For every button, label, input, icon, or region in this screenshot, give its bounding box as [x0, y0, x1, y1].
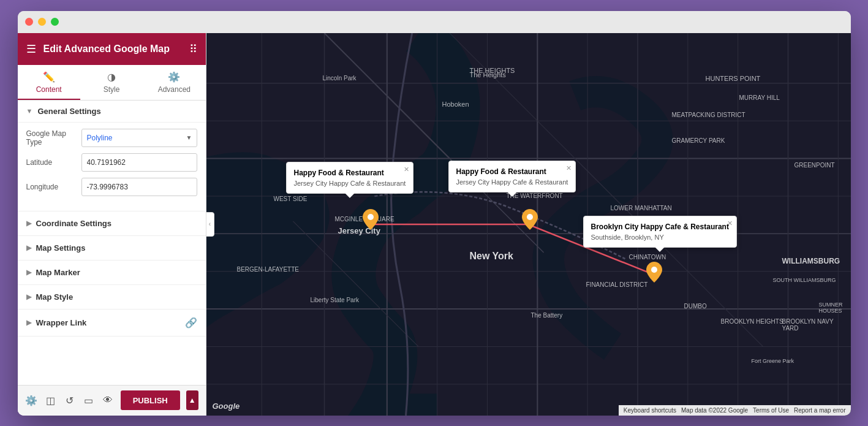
- link-icon: 🔗: [185, 317, 197, 329]
- preview-icon[interactable]: 👁: [101, 391, 114, 409]
- map-marker-section[interactable]: ▶ Map Marker: [18, 261, 206, 285]
- style-tab-icon: ◑: [107, 71, 116, 83]
- map-type-select[interactable]: Polyline: [81, 129, 197, 147]
- hamburger-icon[interactable]: ☰: [26, 42, 36, 56]
- tab-content[interactable]: ✏️ Content: [18, 65, 80, 100]
- latitude-label: Latitude: [26, 158, 81, 167]
- longitude-label: Longitude: [26, 183, 81, 191]
- svg-point-27: [368, 214, 374, 220]
- wrapper-link-section[interactable]: ▶ Wrapper Link 🔗: [18, 310, 206, 337]
- keyboard-shortcuts[interactable]: Keyboard shortcuts: [624, 407, 676, 414]
- info-close-1[interactable]: ✕: [404, 164, 409, 175]
- svg-point-28: [527, 214, 533, 220]
- coordinate-settings-label: Coordinate Settings: [36, 219, 112, 228]
- marker-2[interactable]: [522, 209, 538, 230]
- tab-style[interactable]: ◑ Style: [80, 65, 143, 100]
- google-watermark: Google: [213, 401, 240, 411]
- publish-dropdown-button[interactable]: ▲: [186, 390, 198, 410]
- map-type-select-wrapper: Polyline ▼: [81, 129, 197, 147]
- map-marker-arrow: ▶: [26, 268, 31, 276]
- advanced-tab-icon: ⚙️: [168, 71, 180, 83]
- wrapper-link-label: Wrapper Link: [36, 318, 87, 327]
- info-sub-2: Jersey City Happy Cafe & Restaurant: [456, 177, 568, 188]
- map-style-label: Map Style: [36, 292, 74, 302]
- longitude-row: Longitude: [26, 178, 197, 196]
- map-style-arrow: ▶: [26, 293, 31, 301]
- map-style-section[interactable]: ▶ Map Style: [18, 285, 206, 310]
- map-settings-label: Map Settings: [36, 243, 86, 253]
- style-tab-label: Style: [104, 85, 120, 94]
- coordinate-settings-section[interactable]: ▶ Coordinate Settings: [18, 211, 206, 236]
- content-tab-icon: ✏️: [43, 71, 55, 83]
- content-tab-label: Content: [36, 85, 62, 94]
- device-icon[interactable]: ▭: [82, 391, 95, 409]
- map-marker-label: Map Marker: [36, 268, 80, 277]
- map-data: Map data ©2022 Google: [681, 407, 748, 414]
- general-settings-title: General Settings: [37, 107, 100, 116]
- titlebar: [18, 11, 851, 33]
- general-settings-body: Google Map Type Polyline ▼ Latitude: [18, 123, 206, 211]
- map-area[interactable]: The Heights Hoboken New York Jersey City…: [206, 33, 851, 416]
- info-close-3[interactable]: ✕: [727, 218, 733, 229]
- tabs: ✏️ Content ◑ Style ⚙️ Advanced: [18, 65, 206, 101]
- history-icon[interactable]: ↺: [63, 391, 76, 409]
- map-settings-section[interactable]: ▶ Map Settings: [18, 236, 206, 261]
- app-window: ☰ Edit Advanced Google Map ⠿ ✏️ Content …: [18, 11, 851, 416]
- info-title-3: Brooklyn City Happy Cafe & Restaurant: [591, 221, 729, 232]
- general-settings-header[interactable]: ▼ General Settings: [18, 101, 206, 123]
- longitude-input[interactable]: [81, 178, 197, 196]
- general-settings-arrow: ▼: [26, 107, 33, 115]
- settings-icon[interactable]: ⚙️: [25, 391, 38, 409]
- bottom-bar: ⚙️ ◫ ↺ ▭ 👁 PUBLISH ▲: [18, 385, 206, 416]
- advanced-tab-label: Advanced: [158, 85, 191, 94]
- map-type-label: Google Map Type: [26, 129, 81, 146]
- marker-pin-3: [646, 262, 662, 283]
- marker-pin-1: [363, 209, 379, 230]
- sidebar-header: ☰ Edit Advanced Google Map ⠿: [18, 33, 206, 65]
- marker-pin-2: [522, 209, 538, 230]
- info-window-2[interactable]: ✕ Happy Food & Restaurant Jersey City Ha…: [448, 161, 576, 193]
- tab-advanced[interactable]: ⚙️ Advanced: [143, 65, 205, 100]
- marker-3[interactable]: [646, 262, 662, 283]
- layers-icon[interactable]: ◫: [44, 391, 57, 409]
- info-sub-1: Jersey City Happy Cafe & Restaurant: [294, 178, 406, 189]
- sidebar-content: ▼ General Settings Google Map Type Polyl…: [18, 101, 206, 385]
- maximize-button[interactable]: [51, 18, 59, 26]
- info-title-1: Happy Food & Restaurant: [294, 167, 406, 178]
- sidebar: ☰ Edit Advanced Google Map ⠿ ✏️ Content …: [18, 33, 206, 416]
- app-body: ☰ Edit Advanced Google Map ⠿ ✏️ Content …: [18, 33, 851, 416]
- publish-button[interactable]: PUBLISH: [121, 390, 180, 410]
- map-type-row: Google Map Type Polyline ▼: [26, 129, 197, 147]
- latitude-input[interactable]: [81, 153, 197, 172]
- map-footer: Keyboard shortcuts Map data ©2022 Google…: [619, 405, 851, 416]
- svg-point-29: [651, 267, 657, 273]
- marker-1[interactable]: [363, 209, 379, 230]
- info-title-2: Happy Food & Restaurant: [456, 166, 568, 177]
- report-map-error[interactable]: Report a map error: [794, 407, 845, 414]
- info-sub-3: Southside, Brooklyn, NY: [591, 232, 729, 243]
- grid-icon[interactable]: ⠿: [189, 42, 197, 56]
- terms-of-use[interactable]: Terms of Use: [753, 407, 789, 414]
- coordinate-arrow: ▶: [26, 219, 31, 227]
- info-window-3[interactable]: ✕ Brooklyn City Happy Cafe & Restaurant …: [583, 216, 737, 248]
- info-window-1[interactable]: ✕ Happy Food & Restaurant Jersey City Ha…: [286, 162, 414, 194]
- map-settings-arrow: ▶: [26, 244, 31, 252]
- wrapper-link-arrow: ▶: [26, 319, 31, 327]
- info-close-2[interactable]: ✕: [566, 163, 572, 173]
- sidebar-title: Edit Advanced Google Map: [43, 44, 182, 55]
- latitude-row: Latitude: [26, 153, 197, 172]
- minimize-button[interactable]: [38, 18, 46, 26]
- collapse-handle[interactable]: ‹: [206, 212, 214, 237]
- close-button[interactable]: [25, 18, 33, 26]
